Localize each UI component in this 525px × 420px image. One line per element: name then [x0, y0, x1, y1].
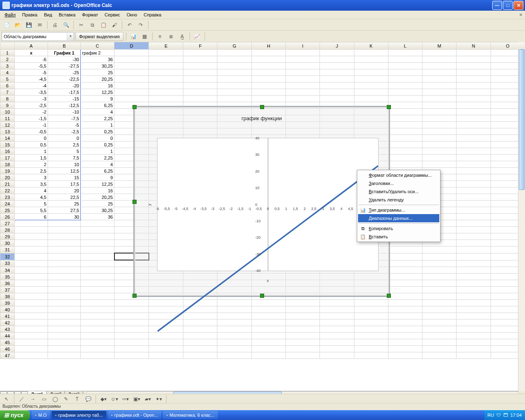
col-header-O[interactable]: O	[491, 42, 525, 43]
col-header-corner[interactable]	[0, 42, 15, 43]
standard-toolbar: 📄 📂 💾 ✉ 🖨 🔍 ✂ ⧉ 📋 🖌 ↶ ↷	[0, 19, 525, 31]
col-header-B[interactable]: B	[48, 42, 81, 43]
spreadsheet-grid[interactable]: ABCDEFGHIJKLMNO1xГрафик 1график 22-6-303…	[0, 42, 525, 42]
col-header-D[interactable]: D	[114, 42, 149, 43]
menu-edit[interactable]: Правка	[19, 11, 40, 18]
col-header-G[interactable]: G	[217, 42, 251, 43]
menu-help[interactable]: Справка	[141, 11, 164, 18]
menu-tools[interactable]: Сервис	[102, 11, 123, 18]
window-minimize-button[interactable]: —	[492, 1, 502, 10]
window-maximize-button[interactable]: □	[503, 1, 513, 10]
col-header-K[interactable]: K	[354, 42, 388, 43]
menu-bar: Файл Правка Вид Вставка Формат Сервис Ок…	[0, 11, 525, 19]
save-icon[interactable]: 💾	[24, 20, 34, 30]
menu-format[interactable]: Формат	[79, 11, 101, 18]
format-paintbrush-icon[interactable]: 🖌	[110, 20, 119, 30]
window-title: графики электр таб.ods - OpenOffice Calc	[11, 2, 112, 8]
chart-data-table-icon[interactable]: ▦	[140, 32, 150, 41]
paste-icon[interactable]: 📋	[98, 20, 108, 30]
format-selection-button[interactable]: Формат выделения	[75, 32, 123, 41]
menu-view[interactable]: Вид	[41, 11, 55, 18]
col-header-A[interactable]: A	[14, 42, 48, 43]
chart-element-namebox[interactable]: ▼	[2, 32, 74, 41]
chart-element-name-input[interactable]	[2, 33, 67, 40]
vertical-grid-icon[interactable]: ≣	[166, 32, 176, 41]
undo-icon[interactable]: ↶	[125, 20, 135, 30]
menu-insert[interactable]: Вставка	[56, 11, 78, 18]
col-header-L[interactable]: L	[388, 42, 422, 43]
col-header-E[interactable]: E	[149, 42, 183, 43]
cut-icon[interactable]: ✂	[76, 20, 86, 30]
window-close-button[interactable]: ✕	[514, 1, 523, 10]
scale-text-icon[interactable]: 📈	[192, 32, 202, 41]
app-icon	[2, 2, 10, 9]
close-document-button[interactable]: ×	[519, 11, 523, 18]
chart-type-icon[interactable]: 📊	[129, 32, 139, 41]
col-header-M[interactable]: M	[422, 42, 457, 43]
horizontal-grid-icon[interactable]: ≡	[155, 32, 165, 41]
copy-icon[interactable]: ⧉	[87, 20, 97, 30]
legend-icon[interactable]: А̲	[177, 32, 187, 41]
menu-window[interactable]: Окно	[124, 11, 140, 18]
print-preview-icon[interactable]: 🔍	[61, 20, 71, 30]
new-doc-icon[interactable]: 📄	[2, 20, 11, 30]
col-header-N[interactable]: N	[457, 42, 491, 43]
redo-icon[interactable]: ↷	[136, 20, 146, 30]
window-titlebar: графики электр таб.ods - OpenOffice Calc…	[0, 0, 525, 11]
col-header-C[interactable]: C	[80, 42, 114, 43]
col-header-H[interactable]: H	[251, 42, 285, 43]
col-header-I[interactable]: I	[286, 42, 320, 43]
col-header-F[interactable]: F	[183, 42, 217, 43]
menu-file[interactable]: Файл	[2, 11, 18, 18]
chart-element-name-dropdown[interactable]: ▼	[67, 33, 74, 40]
col-header-J[interactable]: J	[320, 42, 354, 43]
email-icon[interactable]: ✉	[35, 20, 45, 30]
chart-toolbar: ▼ Формат выделения 📊 ▦ ≡ ≣ А̲ 📈	[0, 31, 525, 42]
open-doc-icon[interactable]: 📂	[13, 20, 23, 30]
print-icon[interactable]: 🖨	[50, 20, 60, 30]
